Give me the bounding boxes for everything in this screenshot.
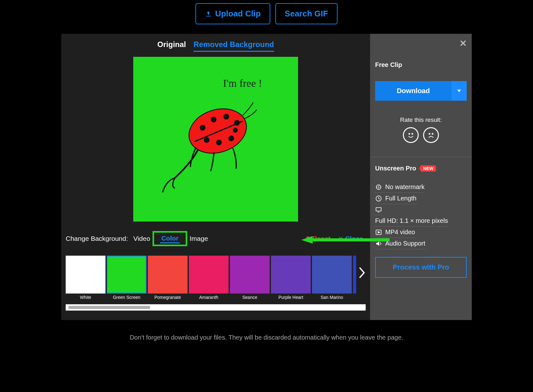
swatch-san-marino[interactable]: San Marino [312,256,352,300]
swatch-pomegranate[interactable]: Pomegranate [148,256,188,300]
swatch-scroll-right[interactable] [357,266,366,282]
svg-point-16 [432,133,433,134]
feature-hd-icon-row [375,204,382,215]
scrollbar-thumb[interactable] [68,306,150,309]
feature-no-watermark: No watermark [375,181,424,193]
svg-point-8 [216,140,222,145]
editor-panel: Original Removed Background I'm free ! [61,34,472,320]
download-dropdown[interactable] [452,81,467,101]
clock-icon [375,195,382,202]
footer-note: Don't forget to download your files. The… [0,334,533,341]
bg-tab-video[interactable]: Video [132,234,151,243]
chevron-right-icon [357,266,366,279]
rate-label: Rate this result: [375,116,467,123]
feature-full-hd: Full HD: 1.1 × more pixels [375,215,448,227]
new-badge: NEW [419,165,436,172]
bg-tab-image[interactable]: Image [188,234,209,243]
download-button[interactable]: Download [375,81,452,101]
smile-icon [406,130,416,140]
frown-icon [426,130,436,140]
svg-point-15 [429,133,430,134]
upload-icon [205,10,212,17]
monitor-icon [375,206,382,213]
ladybug-illustration: I'm free ! [134,57,297,221]
svg-point-6 [234,120,240,126]
close-button[interactable]: Close [338,235,363,242]
swatch-seance[interactable]: Seance [230,256,270,300]
process-with-pro-button[interactable]: Process with Pro [375,257,467,278]
swatch-scrollbar[interactable] [66,304,366,311]
svg-point-13 [409,133,410,134]
preview-canvas: I'm free ! [133,57,298,222]
trash-icon [305,236,311,241]
svg-point-5 [224,114,229,120]
svg-rect-19 [376,208,381,211]
svg-point-3 [200,125,205,131]
swatch-next-partial [353,256,356,300]
swatch-purple-heart[interactable]: Purple Heart [271,256,311,300]
reset-button[interactable]: Reset [305,235,331,242]
rate-sad-button[interactable] [423,127,439,143]
svg-point-10 [233,128,238,133]
change-background-label: Change Background: [66,235,128,242]
panel-close-button[interactable]: ✕ [459,38,467,49]
tab-removed-background[interactable]: Removed Background [194,40,274,52]
color-swatch-list: White Green Screen Pomegranate Amaranth … [66,256,366,300]
sparkle-icon [375,184,382,191]
svg-point-7 [204,137,209,143]
feature-full-length: Full Length [375,193,416,204]
pro-title: Unscreen Pro [375,165,416,172]
svg-point-9 [228,135,234,141]
divider [370,157,472,157]
feature-mp4: MP4 video [375,227,415,238]
search-gif-label: Search GIF [285,9,328,19]
free-clip-title: Free Clip [375,61,467,68]
bg-tab-color[interactable]: Color [160,234,180,243]
upload-clip-label: Upload Clip [215,9,261,19]
tab-original[interactable]: Original [157,40,186,52]
rate-happy-button[interactable] [403,127,419,143]
speaker-icon [375,240,382,247]
upload-clip-button[interactable]: Upload Clip [195,3,270,24]
svg-point-14 [412,133,413,134]
play-icon [375,229,382,236]
annotation-highlight: Color [153,231,188,246]
feature-audio: Audio Support [375,238,425,249]
search-gif-button[interactable]: Search GIF [275,3,338,24]
swatch-white[interactable]: White [66,256,105,300]
close-icon [338,236,343,241]
preview-caption: I'm free ! [223,77,262,89]
swatch-green-screen[interactable]: Green Screen [107,256,147,300]
swatch-amaranth[interactable]: Amaranth [189,256,229,300]
svg-point-4 [211,117,216,122]
caret-down-icon [457,90,461,92]
